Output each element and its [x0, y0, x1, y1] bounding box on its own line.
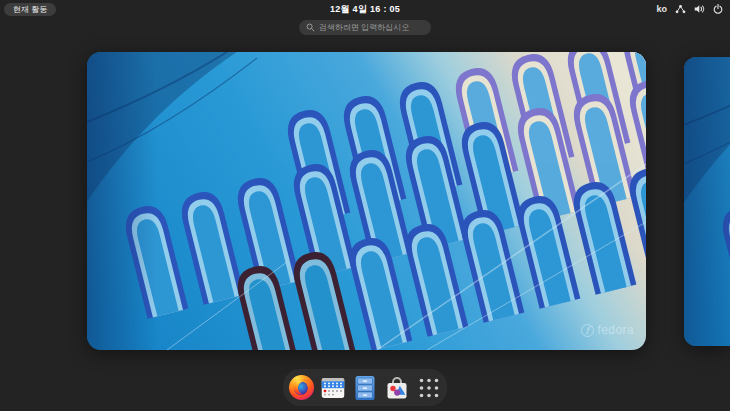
dock-item-firefox[interactable] — [287, 374, 315, 402]
fedora-logo-icon: f — [581, 324, 594, 337]
keyboard-layout-indicator[interactable]: ko — [656, 4, 667, 14]
fedora-watermark-text: fedora — [598, 323, 634, 337]
dock-item-show-apps[interactable] — [415, 374, 443, 402]
show-apps-grid-icon — [416, 375, 442, 401]
search-icon — [306, 23, 315, 32]
software-icon — [384, 375, 410, 401]
workspace-thumbnail-next[interactable] — [684, 57, 730, 346]
workspace-thumbnail-current[interactable]: f fedora — [87, 52, 646, 350]
files-icon — [352, 375, 378, 401]
search-entry[interactable] — [299, 20, 431, 35]
dock-item-software[interactable] — [383, 374, 411, 402]
clock[interactable]: 12월 4일 16 : 05 — [0, 3, 730, 16]
power-icon[interactable] — [713, 4, 723, 14]
volume-icon[interactable] — [694, 4, 705, 14]
fedora-watermark: f fedora — [581, 323, 634, 337]
gnome-activities-overview: 현재 활동 12월 4일 16 : 05 ko — [0, 0, 730, 411]
calendar-icon — [320, 375, 346, 401]
fedora-wallpaper — [87, 52, 646, 350]
top-bar: 현재 활동 12월 4일 16 : 05 ko — [0, 0, 730, 18]
firefox-icon — [288, 374, 315, 401]
search-input[interactable] — [319, 23, 424, 32]
dash-dock — [283, 369, 447, 406]
dock-item-calendar[interactable] — [319, 374, 347, 402]
fedora-wallpaper — [684, 57, 730, 346]
dock-item-files[interactable] — [351, 374, 379, 402]
system-tray[interactable]: ko — [656, 2, 723, 16]
network-wired-icon[interactable] — [675, 4, 686, 14]
